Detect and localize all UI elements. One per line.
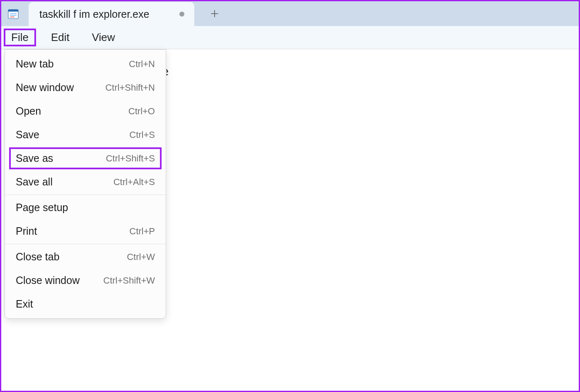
menu-item-close-window[interactable]: Close window Ctrl+Shift+W xyxy=(5,269,166,292)
notepad-icon xyxy=(6,7,20,21)
menu-bar: File Edit View xyxy=(1,26,579,49)
menu-item-shortcut: Ctrl+P xyxy=(129,226,155,237)
menu-item-label: Save all xyxy=(16,176,53,188)
menu-item-shortcut: Ctrl+Shift+N xyxy=(105,82,155,93)
menu-item-exit[interactable]: Exit xyxy=(5,292,166,316)
menu-item-shortcut: Ctrl+N xyxy=(129,59,155,70)
menu-item-label: Open xyxy=(16,105,41,117)
menu-item-print[interactable]: Print Ctrl+P xyxy=(5,219,166,243)
editor-area[interactable]: e New tab Ctrl+N New window Ctrl+Shift+N… xyxy=(1,49,579,391)
menu-item-shortcut: Ctrl+O xyxy=(128,106,155,117)
menu-file[interactable]: File xyxy=(4,29,36,46)
document-tab[interactable]: taskkill f im explorer.exe xyxy=(29,2,194,26)
menu-view[interactable]: View xyxy=(85,29,123,46)
menu-item-label: Page setup xyxy=(16,202,68,214)
menu-item-shortcut: Ctrl+Shift+W xyxy=(103,275,155,286)
menu-item-label: Close window xyxy=(16,274,80,286)
menu-item-page-setup[interactable]: Page setup xyxy=(5,196,166,219)
menu-item-save-all[interactable]: Save all Ctrl+Alt+S xyxy=(5,170,166,194)
menu-item-new-tab[interactable]: New tab Ctrl+N xyxy=(5,52,166,76)
svg-rect-1 xyxy=(8,10,18,12)
menu-item-label: Close tab xyxy=(16,251,60,263)
menu-item-shortcut: Ctrl+Shift+S xyxy=(106,153,155,164)
menu-item-label: Save xyxy=(16,129,39,141)
menu-item-shortcut: Ctrl+W xyxy=(127,252,155,262)
menu-item-label: Print xyxy=(16,225,37,237)
menu-item-label: Exit xyxy=(16,298,33,310)
file-menu-dropdown: New tab Ctrl+N New window Ctrl+Shift+N O… xyxy=(5,49,166,319)
menu-separator xyxy=(5,244,166,244)
menu-item-save[interactable]: Save Ctrl+S xyxy=(5,123,166,147)
menu-item-label: New window xyxy=(16,82,74,94)
menu-item-close-tab[interactable]: Close tab Ctrl+W xyxy=(5,245,166,269)
menu-separator xyxy=(5,195,166,195)
menu-edit[interactable]: Edit xyxy=(44,29,77,46)
tab-bar: taskkill f im explorer.exe xyxy=(1,1,579,26)
unsaved-indicator-icon xyxy=(179,12,184,17)
new-tab-button[interactable] xyxy=(203,2,227,26)
tab-title: taskkill f im explorer.exe xyxy=(39,8,172,20)
menu-item-new-window[interactable]: New window Ctrl+Shift+N xyxy=(5,76,166,99)
menu-item-label: Save as xyxy=(16,152,53,164)
menu-item-shortcut: Ctrl+Alt+S xyxy=(114,177,155,188)
menu-item-save-as[interactable]: Save as Ctrl+Shift+S xyxy=(8,147,162,170)
menu-item-open[interactable]: Open Ctrl+O xyxy=(5,99,166,123)
menu-item-shortcut: Ctrl+S xyxy=(129,130,155,140)
menu-item-label: New tab xyxy=(16,58,54,70)
